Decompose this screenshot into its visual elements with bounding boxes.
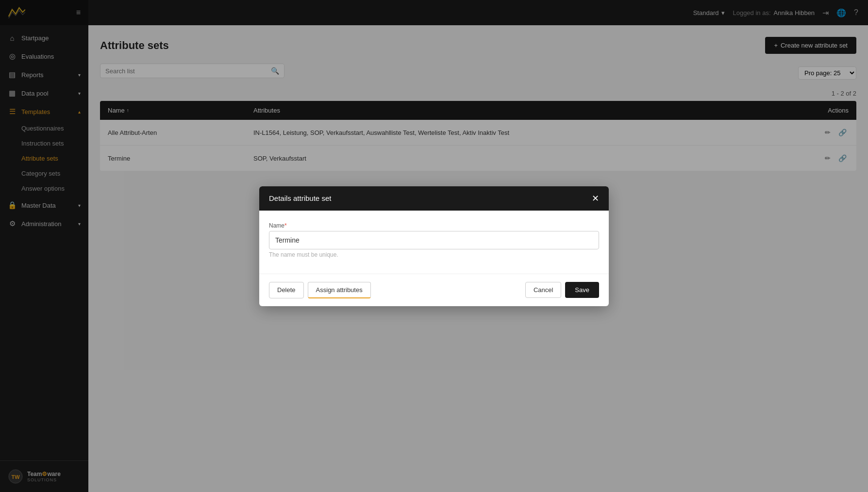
modal-header: Details attribute set ✕ (259, 186, 609, 211)
name-field-input[interactable] (269, 231, 599, 249)
cancel-button[interactable]: Cancel (525, 282, 561, 298)
name-field-label: Name* (269, 222, 599, 229)
modal-body: Name* The name must be unique. (259, 211, 609, 274)
modal-title: Details attribute set (269, 194, 331, 202)
modal-footer-right: Cancel Save (525, 282, 599, 298)
name-field-group: Name* The name must be unique. (269, 222, 599, 258)
details-attribute-set-modal: Details attribute set ✕ Name* The name m… (259, 186, 609, 306)
modal-close-button[interactable]: ✕ (592, 194, 599, 203)
save-button[interactable]: Save (565, 282, 599, 298)
delete-button[interactable]: Delete (269, 282, 304, 298)
assign-attributes-button[interactable]: Assign attributes (308, 282, 371, 298)
name-field-hint: The name must be unique. (269, 251, 599, 258)
modal-overlay[interactable]: Details attribute set ✕ Name* The name m… (0, 0, 868, 492)
modal-footer: Delete Assign attributes Cancel Save (259, 274, 609, 306)
modal-footer-left: Delete Assign attributes (269, 282, 371, 298)
